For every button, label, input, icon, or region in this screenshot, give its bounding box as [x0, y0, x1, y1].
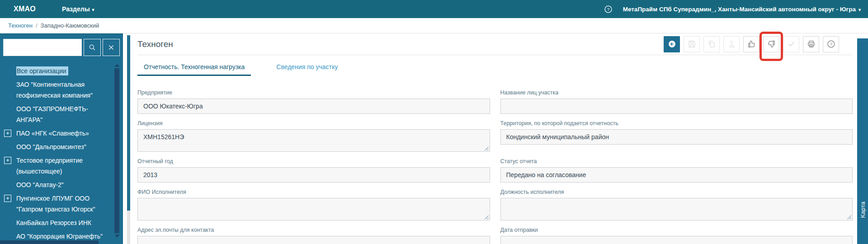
- field-label: Адрес эл.почты для контакта: [137, 227, 490, 233]
- expand-plus-icon[interactable]: +: [4, 195, 11, 202]
- form-field: Должность исполнителя: [500, 189, 853, 221]
- form-field: Дата отправки: [500, 227, 853, 244]
- form-field: Статус отчета Передано на согласование: [500, 158, 853, 183]
- clear-search-button[interactable]: [103, 39, 120, 56]
- breadcrumb-link-technogen[interactable]: Техноген: [8, 22, 33, 29]
- text-input[interactable]: Передано на согласование: [500, 167, 853, 183]
- sections-menu[interactable]: Разделы ▾: [62, 5, 94, 13]
- close-icon: [107, 43, 116, 52]
- svg-text:?: ?: [830, 42, 832, 47]
- expand-plus-icon[interactable]: +: [4, 157, 11, 164]
- chevron-down-icon: ▾: [859, 7, 861, 12]
- sidebar-item-organization[interactable]: + ЗАО "Континентальная геофизическая ком…: [0, 79, 108, 101]
- print-button[interactable]: [803, 36, 819, 52]
- copy-icon: [707, 39, 717, 49]
- text-input[interactable]: [500, 198, 853, 221]
- text-input[interactable]: Кондинский муниципальный район: [500, 129, 853, 145]
- save-icon: [687, 39, 697, 49]
- sidebar-item-organization[interactable]: + ПАО «НГК «Славнефть»: [0, 128, 108, 139]
- field-label: Территория, по которой подается отчетнос…: [500, 120, 853, 127]
- sidebar-horizontal-scrollbar[interactable]: [0, 240, 99, 244]
- text-input[interactable]: [500, 99, 853, 114]
- user-name: МетаПрайм СПб Суперадмин_, Ханты-Мансийс…: [623, 6, 856, 13]
- tab-report[interactable]: Отчетность. Техногенная нагрузка: [137, 61, 251, 76]
- help-icon: ?: [826, 39, 836, 49]
- sidebar-item-organization[interactable]: + Тестовое предприятие (вышестоящее): [0, 155, 108, 177]
- breadcrumb: Техноген / Западно-Каюмовский: [0, 18, 868, 33]
- check-button: [783, 36, 799, 52]
- scrollbar-thumb[interactable]: [114, 68, 119, 233]
- map-side-tab[interactable]: Карта: [857, 38, 868, 244]
- text-input[interactable]: [137, 236, 490, 244]
- top-bar: ХМАО Разделы ▾ ? МетаПрайм СПб Суперадми…: [0, 0, 868, 18]
- field-label: Название лиц.участка: [500, 89, 853, 96]
- form-field: Территория, по которой подается отчетнос…: [500, 120, 853, 145]
- form-field: Название лиц.участка: [500, 89, 853, 114]
- touch-button: [723, 36, 740, 52]
- sidebar-item-organization[interactable]: + Все организации: [0, 66, 108, 76]
- tab-bar: Отчетность. Техногенная нагрузкаСведения…: [137, 61, 853, 76]
- field-label: Предприятие: [137, 89, 490, 96]
- app-logo: ХМАО: [14, 5, 36, 13]
- organizations-sidebar: + Все организации + ЗАО "Континентальная…: [0, 33, 123, 244]
- save-button: [684, 36, 700, 52]
- sidebar-item-organization[interactable]: + ООО "Дальпромсинтез": [0, 141, 108, 152]
- expand-plus-icon[interactable]: +: [4, 130, 11, 137]
- touch-icon: [727, 39, 736, 49]
- form-field: Лицензия ХМН15261НЭ: [137, 120, 490, 152]
- form-field: Адрес эл.почты для контакта: [137, 227, 490, 244]
- sidebar-search-row: [0, 35, 123, 60]
- sidebar-item-organization[interactable]: + КанБайкал Резорсез ИНК: [0, 217, 108, 228]
- thumb-up-button[interactable]: [743, 36, 760, 52]
- tab-site-info[interactable]: Сведения по участку: [270, 61, 344, 76]
- svg-text:?: ?: [607, 7, 609, 12]
- field-label: Должность исполнителя: [500, 189, 853, 195]
- breadcrumb-separator: /: [36, 22, 38, 29]
- sidebar-item-organization[interactable]: + ООО "ГАЗПРОМНЕФТЬ-АНГАРА": [0, 103, 108, 125]
- organization-label: Тестовое предприятие (вышестоящее): [16, 157, 83, 175]
- scroll-down-arrow-icon[interactable]: [114, 235, 120, 238]
- toolbar: ?: [664, 36, 839, 52]
- text-input[interactable]: [137, 198, 490, 221]
- help-icon[interactable]: ?: [604, 5, 613, 14]
- thumb-down-icon: [767, 39, 776, 49]
- sidebar-item-organization[interactable]: + Пунгинское ЛПУМГ ООО "Газпром трансгаз…: [0, 193, 108, 215]
- scrollbar-thumb[interactable]: [127, 35, 130, 211]
- page-title: Техноген: [137, 39, 173, 49]
- title-row: Техноген ?: [137, 33, 853, 55]
- user-menu[interactable]: МетаПрайм СПб Суперадмин_, Ханты-Мансийс…: [623, 6, 861, 13]
- search-input[interactable]: [3, 39, 82, 56]
- form-field: ФИО Исполнителя: [137, 189, 490, 221]
- sidebar-vertical-scrollbar[interactable]: [114, 64, 120, 238]
- thumb-down-button[interactable]: [763, 36, 779, 52]
- organization-label: ООО "ГАЗПРОМНЕФТЬ-АНГАРА": [16, 105, 88, 123]
- back-icon: [667, 39, 677, 49]
- organization-label: Пунгинское ЛПУМГ ООО "Газпром трансгаз Ю…: [16, 195, 95, 213]
- text-input[interactable]: ХМН15261НЭ: [137, 129, 490, 152]
- thumb-up-icon: [747, 39, 756, 49]
- organization-label: ООО "Дальпромсинтез": [16, 143, 86, 150]
- sidebar-item-organization[interactable]: + ООО "Алатау-2": [0, 179, 108, 190]
- text-input[interactable]: [500, 236, 853, 244]
- form-field: Отчетный год 2013: [137, 158, 490, 183]
- organization-label: ЗАО "Континентальная геофизическая компа…: [16, 81, 93, 99]
- search-button[interactable]: [84, 39, 101, 56]
- map-tab-label: Карта: [859, 202, 866, 218]
- back-button[interactable]: [664, 36, 680, 52]
- chevron-down-icon: ▾: [92, 7, 94, 12]
- scroll-up-arrow-icon[interactable]: [114, 64, 120, 67]
- check-icon: [787, 39, 796, 49]
- text-input[interactable]: 2013: [137, 167, 490, 183]
- report-form: Предприятие ООО Юкатекс-Югра Название ли…: [137, 89, 853, 244]
- organization-label: КанБайкал Резорсез ИНК: [16, 219, 91, 226]
- organization-label: ПАО «НГК «Славнефть»: [16, 130, 89, 137]
- main-vertical-scrollbar[interactable]: [127, 35, 130, 244]
- text-input[interactable]: ООО Юкатекс-Югра: [137, 99, 490, 114]
- help-button[interactable]: ?: [823, 36, 839, 52]
- organization-label: Все организации: [16, 66, 68, 75]
- organization-label: ООО "Алатау-2": [16, 181, 64, 188]
- print-icon: [807, 39, 816, 49]
- magnifier-icon: [88, 43, 97, 52]
- organization-label: АО "Корпорация Югранефть": [16, 233, 103, 240]
- field-label: Отчетный год: [137, 158, 490, 164]
